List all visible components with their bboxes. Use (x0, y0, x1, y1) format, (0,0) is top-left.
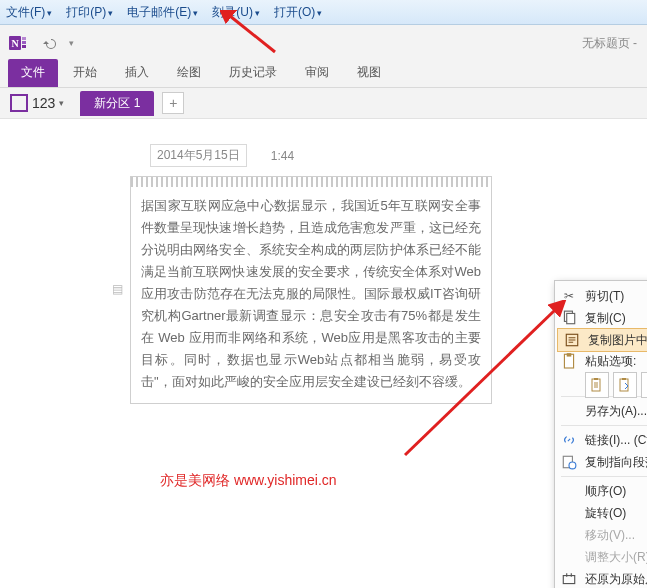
menu-record[interactable]: 刻录(U)▾ (212, 4, 260, 21)
section-tab[interactable]: 新分区 1 (80, 91, 154, 116)
tab-review[interactable]: 审阅 (292, 59, 342, 87)
svg-rect-4 (22, 45, 26, 48)
svg-rect-11 (594, 378, 598, 380)
page-time[interactable]: 1:44 (271, 149, 294, 163)
svg-rect-13 (622, 378, 626, 380)
note-container[interactable]: 据国家互联网应急中心数据显示，我国近5年互联网安全事件数量呈现快速增长趋势，且造… (130, 176, 492, 404)
chevron-down-icon: ▾ (47, 8, 52, 18)
tab-home[interactable]: 开始 (60, 59, 110, 87)
ctx-copy-paragraph-link[interactable]: 复制指向段落的链接(P) (555, 451, 647, 473)
tab-history[interactable]: 历史记录 (216, 59, 290, 87)
tab-view[interactable]: 视图 (344, 59, 394, 87)
scissors-icon: ✂ (561, 288, 577, 304)
menu-print[interactable]: 打印(P)▾ (66, 4, 113, 21)
ctx-link[interactable]: 链接(I)... (Ctrl+K) (555, 429, 647, 451)
tab-draw[interactable]: 绘图 (164, 59, 214, 87)
watermark: 亦是美网络 www.yishimei.cn (160, 472, 337, 490)
ctx-move: 移动(V)... (555, 524, 647, 546)
watermark-url: www.yishimei.cn (234, 472, 337, 488)
notebook-bar: 123 ▾ 新分区 1 + (0, 88, 647, 119)
watermark-name: 亦是美网络 (160, 472, 230, 488)
menu-open[interactable]: 打开(O)▾ (274, 4, 322, 21)
restore-size-icon (561, 571, 577, 587)
ctx-cut[interactable]: ✂ 剪切(T) (555, 285, 647, 307)
ctx-save-as[interactable]: 另存为(A)... (555, 400, 647, 422)
chevron-down-icon: ▾ (193, 8, 198, 18)
note-text[interactable]: 据国家互联网应急中心数据显示，我国近5年互联网安全事件数量呈现快速增长趋势，且造… (131, 187, 491, 403)
os-menubar: 文件(F)▾ 打印(P)▾ 电子邮件(E)▾ 刻录(U)▾ 打开(O)▾ (0, 0, 647, 25)
context-menu: ✂ 剪切(T) 复制(C) 复制图片中的文本(E) 粘贴选项: A 另存为(A)… (554, 280, 647, 588)
svg-rect-3 (22, 41, 26, 44)
chevron-down-icon: ▾ (59, 98, 64, 108)
chevron-down-icon: ▾ (317, 8, 322, 18)
svg-rect-6 (567, 313, 575, 323)
ctx-restore-size[interactable]: 还原为原始尺寸 (555, 568, 647, 588)
ctx-order[interactable]: 顺序(O) ▸ (555, 480, 647, 502)
notebook-icon (10, 94, 28, 112)
menu-file[interactable]: 文件(F)▾ (6, 4, 52, 21)
notebook-name: 123 (32, 95, 55, 111)
ctx-resize: 调整大小(R) (555, 546, 647, 568)
copy-icon (561, 310, 577, 326)
svg-point-21 (569, 462, 576, 469)
svg-rect-9 (567, 354, 572, 357)
undo-icon[interactable] (40, 34, 58, 52)
quick-access-toolbar: ▾ (40, 34, 80, 52)
ribbon: N ▾ 无标题页 - 文件 开始 插入 绘图 历史记录 审阅 视图 (0, 25, 647, 88)
paste-merge-button[interactable] (613, 372, 637, 398)
ctx-copy-image-text[interactable]: 复制图片中的文本(E) (557, 328, 647, 352)
chevron-down-icon[interactable]: ▾ (62, 34, 80, 52)
ribbon-tabs: 文件 开始 插入 绘图 历史记录 审阅 视图 (0, 61, 647, 87)
ocr-copy-icon (564, 332, 580, 348)
onenote-icon: N (8, 33, 28, 53)
paragraph-link-icon (561, 454, 577, 470)
paste-picture-button[interactable] (641, 372, 647, 398)
tab-file[interactable]: 文件 (8, 59, 58, 87)
clipboard-icon (561, 354, 577, 370)
chevron-down-icon: ▾ (108, 8, 113, 18)
container-grip[interactable] (131, 177, 491, 187)
paste-keep-source-button[interactable] (585, 372, 609, 398)
svg-rect-22 (563, 576, 574, 584)
ctx-rotate[interactable]: 旋转(O) ▸ (555, 502, 647, 524)
menu-email[interactable]: 电子邮件(E)▾ (127, 4, 198, 21)
ctx-paste-options: 粘贴选项: A (555, 351, 647, 393)
page-meta: 2014年5月15日 1:44 (150, 144, 294, 167)
page-canvas[interactable]: 2014年5月15日 1:44 ▤ 据国家互联网应急中心数据显示，我国近5年互联… (0, 120, 647, 588)
svg-rect-2 (22, 37, 26, 40)
add-section-button[interactable]: + (162, 92, 184, 114)
link-icon (561, 432, 577, 448)
svg-text:N: N (11, 38, 19, 49)
tab-insert[interactable]: 插入 (112, 59, 162, 87)
page-date[interactable]: 2014年5月15日 (150, 144, 247, 167)
notebook-picker[interactable]: 123 ▾ (10, 94, 64, 112)
chevron-down-icon: ▾ (255, 8, 260, 18)
ctx-copy[interactable]: 复制(C) (555, 307, 647, 329)
document-title: 无标题页 - (582, 35, 637, 52)
container-drag-icon[interactable]: ▤ (112, 282, 123, 296)
